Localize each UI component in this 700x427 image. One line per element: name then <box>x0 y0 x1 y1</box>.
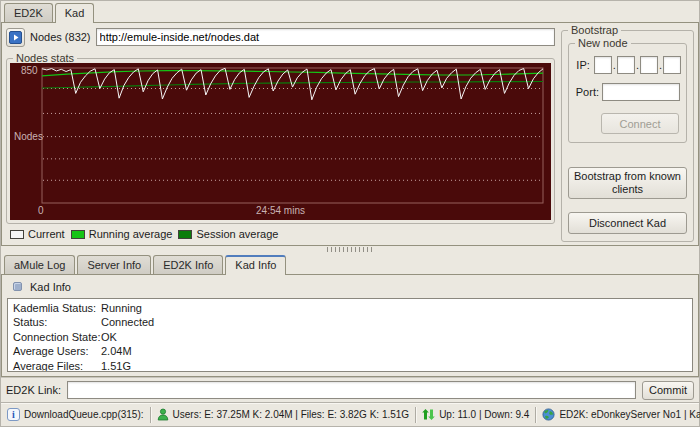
download-nodes-icon <box>9 31 22 44</box>
top-tab-bar: ED2K Kad <box>1 1 699 22</box>
kad-left-column: Nodes (832) Nodes stats 850 Nodes 0 24:5… <box>6 27 555 242</box>
legend-item-current: Current <box>10 228 65 240</box>
ip-dot: . <box>636 59 639 71</box>
bootstrap-frame: Bootstrap New node IP: ... Port: Connect… <box>561 30 694 242</box>
legend-label-session-average: Session average <box>196 228 278 240</box>
tab-ed2k[interactable]: ED2K <box>4 3 53 22</box>
splitter-grip-icon[interactable] <box>327 247 373 252</box>
info-value: OK <box>101 330 117 344</box>
chart-legend: Current Running average Session average <box>6 226 555 242</box>
status-network-text: ED2K: eDonkeyServer No1 | Kad: Connected <box>559 409 700 420</box>
legend-swatch-current <box>10 230 24 239</box>
x-axis-range-label: 24:54 mins <box>10 206 551 216</box>
nodes-stats-chart: 850 Nodes 0 24:54 mins <box>10 63 551 220</box>
info-key: Connection State: <box>13 330 101 344</box>
bootstrap-column: Bootstrap New node IP: ... Port: Connect… <box>561 27 694 242</box>
bootstrap-known-clients-button[interactable]: Bootstrap from known clients <box>568 167 687 199</box>
status-users-files-text: Users: E: 37.25M K: 2.04M | Files: E: 3.… <box>173 409 410 420</box>
ip-octet-4[interactable] <box>663 56 681 74</box>
new-node-frame: New node IP: ... Port: Connect <box>568 43 687 143</box>
chart-canvas <box>10 63 551 220</box>
users-icon <box>157 408 169 421</box>
globe-icon <box>542 408 555 421</box>
status-users-files-section: Users: E: 37.25M K: 2.04M | Files: E: 3.… <box>150 407 416 423</box>
ip-dot: . <box>659 59 662 71</box>
list-item[interactable]: Connection State: OK <box>8 330 692 344</box>
port-row: Port: <box>574 83 681 101</box>
info-key: Kademlia Status: <box>13 301 101 315</box>
list-item[interactable]: Average Users: 2.04M <box>8 344 692 358</box>
tab-server-info[interactable]: Server Info <box>77 255 151 274</box>
legend-item-running-average: Running average <box>71 228 173 240</box>
legend-item-session-average: Session average <box>178 228 278 240</box>
tab-ed2k-info[interactable]: ED2K Info <box>153 255 223 274</box>
info-key: Average Users: <box>13 344 101 358</box>
status-updown-section: Up: 11.0 | Down: 9.4 <box>415 407 535 423</box>
log-info-icon: i <box>7 408 20 421</box>
info-key: Status: <box>13 315 101 329</box>
info-value: 2.04M <box>101 344 132 358</box>
ip-dot: . <box>613 59 616 71</box>
tab-amule-log[interactable]: aMule Log <box>4 255 75 274</box>
list-item[interactable]: Kademlia Status: Running <box>8 301 692 315</box>
port-input[interactable] <box>602 83 680 101</box>
status-bar: i DownloadQueue.cpp(315): Users: E: 37.2… <box>1 402 699 426</box>
ip-label: IP: <box>574 59 590 71</box>
bottom-tab-bar: aMule Log Server Info ED2K Info Kad Info <box>1 253 699 274</box>
kad-page: Nodes (832) Nodes stats 850 Nodes 0 24:5… <box>1 22 699 246</box>
ip-row: IP: ... <box>574 56 681 74</box>
amule-window: ED2K Kad Nodes (832) Nodes stats 850 Nod… <box>0 0 700 427</box>
reload-nodes-button[interactable] <box>6 28 25 47</box>
horizontal-splitter[interactable] <box>1 246 699 253</box>
list-item[interactable]: Status: Connected <box>8 315 692 329</box>
bootstrap-title: Bootstrap <box>568 24 621 36</box>
ed2k-link-label: ED2K Link: <box>6 384 61 396</box>
legend-swatch-running-average <box>71 230 85 239</box>
ed2k-link-row: ED2K Link: Commit <box>1 377 699 402</box>
tab-kad[interactable]: Kad <box>55 3 95 23</box>
connect-button[interactable]: Connect <box>601 113 679 134</box>
legend-label-running-average: Running average <box>89 228 173 240</box>
ip-octet-3[interactable] <box>640 56 658 74</box>
info-value: Connected <box>101 315 154 329</box>
legend-label-current: Current <box>28 228 65 240</box>
kad-info-header: Kad Info <box>7 279 693 294</box>
port-label: Port: <box>574 86 599 98</box>
ip-octet-1[interactable] <box>594 56 612 74</box>
status-updown-text: Up: 11.0 | Down: 9.4 <box>439 409 529 420</box>
nodes-url-input[interactable] <box>96 28 555 46</box>
status-network-section: ED2K: eDonkeyServer No1 | Kad: Connected <box>535 407 700 423</box>
info-bullet-icon <box>13 282 22 291</box>
info-key: Average Files: <box>13 359 101 372</box>
legend-swatch-session-average <box>178 230 192 239</box>
up-down-arrows-icon <box>422 408 435 421</box>
tab-kad-info[interactable]: Kad Info <box>225 255 286 275</box>
info-value: Running <box>101 301 142 315</box>
commit-button[interactable]: Commit <box>642 381 694 400</box>
ip-octet-2[interactable] <box>617 56 635 74</box>
status-log-section: i DownloadQueue.cpp(315): <box>1 407 150 423</box>
y-axis-max-label: 850 <box>21 66 38 76</box>
list-item[interactable]: Average Files: 1.51G <box>8 359 692 372</box>
nodes-stats-frame: Nodes stats 850 Nodes 0 24:54 mins <box>6 58 555 224</box>
nodes-count-label: Nodes (832) <box>30 31 91 43</box>
kad-info-list: Kademlia Status: Running Status: Connect… <box>7 298 693 372</box>
nodes-row: Nodes (832) <box>6 27 555 47</box>
status-log-text: DownloadQueue.cpp(315): <box>24 409 144 420</box>
ed2k-link-input[interactable] <box>67 381 636 399</box>
kad-info-header-label: Kad Info <box>30 281 71 293</box>
disconnect-kad-button[interactable]: Disconnect Kad <box>568 212 687 234</box>
info-value: 1.51G <box>101 359 131 372</box>
y-axis-title: Nodes <box>14 132 43 142</box>
kad-info-page: Kad Info Kademlia Status: Running Status… <box>1 274 699 377</box>
new-node-title: New node <box>575 37 631 49</box>
